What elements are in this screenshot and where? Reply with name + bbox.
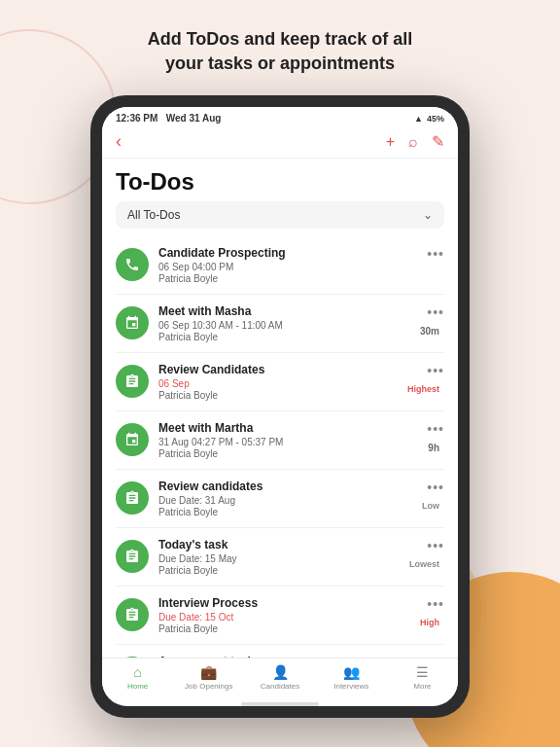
- todo-person: Patricia Boyle: [158, 390, 393, 401]
- todo-content: Today's task Due Date: 15 May Patricia B…: [158, 538, 395, 576]
- nav-actions: + ⌕ ✎: [386, 132, 444, 151]
- todo-content: Meet with Martha 31 Aug 04:27 PM - 05:37…: [158, 421, 413, 459]
- tab-label-interviews: Interviews: [333, 682, 368, 691]
- todo-item[interactable]: Meet with Martha 31 Aug 04:27 PM - 05:37…: [116, 411, 444, 470]
- tab-job-openings[interactable]: 💼 Job Openings: [173, 664, 244, 691]
- tab-label-home: Home: [127, 682, 148, 691]
- todo-title: Interview Process: [158, 596, 405, 610]
- todo-icon-clipboard: [116, 540, 149, 573]
- todo-badge: High: [415, 616, 444, 629]
- todo-meta: ••• Lowest: [404, 538, 444, 571]
- todo-date: Due Date: 15 May: [158, 553, 395, 564]
- todo-meta: ••• 30m: [415, 304, 444, 338]
- todo-icon-phone: [116, 248, 149, 281]
- todo-item[interactable]: Meet with Masha 06 Sep 10:30 AM - 11:00 …: [116, 295, 444, 353]
- todo-date: 06 Sep 10:30 AM - 11:00 AM: [158, 320, 405, 331]
- wifi-icon: ▲: [414, 114, 423, 124]
- tab-icon-home: ⌂: [133, 664, 141, 680]
- todo-icon-clipboard: [116, 481, 149, 515]
- todo-icon-calendar: [116, 423, 149, 456]
- tab-icon-job-openings: 💼: [200, 664, 217, 680]
- todo-content: Candidate Prospecting 06 Sep 04:00 PM Pa…: [158, 246, 417, 284]
- ipad-screen: 12:36 PM Wed 31 Aug ▲ 45% ‹ + ⌕ ✎ To-Dos…: [102, 107, 458, 706]
- todo-more-button[interactable]: •••: [427, 304, 444, 320]
- search-button[interactable]: ⌕: [408, 133, 418, 151]
- ipad-device: 12:36 PM Wed 31 Aug ▲ 45% ‹ + ⌕ ✎ To-Dos…: [90, 95, 470, 718]
- todo-item[interactable]: Review candidates Due Date: 31 Aug Patri…: [116, 470, 444, 528]
- todo-item[interactable]: Interview Process Due Date: 15 Oct Patri…: [116, 587, 444, 645]
- todo-item[interactable]: Assessment task Due Date: 06 Jun Patrici…: [116, 645, 444, 658]
- todo-person: Patricia Boyle: [158, 332, 405, 342]
- todo-person: Patricia Boyle: [158, 623, 405, 634]
- todo-more-button[interactable]: •••: [427, 363, 444, 378]
- add-button[interactable]: +: [386, 133, 395, 151]
- page-title: To-Dos: [102, 159, 458, 201]
- todo-list: Candidate Prospecting 06 Sep 04:00 PM Pa…: [102, 236, 458, 658]
- tab-candidates[interactable]: 👤 Candidates: [244, 664, 315, 691]
- header-line2: your tasks or appointments: [165, 53, 395, 73]
- todo-badge: Highest: [402, 382, 444, 396]
- todo-date: 31 Aug 04:27 PM - 05:37 PM: [158, 437, 413, 447]
- todo-date: Due Date: 15 Oct: [158, 612, 405, 622]
- status-icons: ▲ 45%: [414, 114, 444, 124]
- chevron-down-icon: ⌄: [423, 208, 433, 222]
- todo-date: Due Date: 31 Aug: [158, 495, 407, 506]
- todo-more-button[interactable]: •••: [427, 538, 444, 553]
- status-bar: 12:36 PM Wed 31 Aug ▲ 45%: [102, 107, 458, 127]
- todo-content: Review candidates Due Date: 31 Aug Patri…: [158, 480, 407, 517]
- battery-icon: 45%: [427, 114, 444, 124]
- todo-meta: ••• Highest: [402, 363, 444, 396]
- todo-title: Candidate Prospecting: [158, 246, 417, 260]
- header-description: Add ToDos and keep track of all your tas…: [0, 0, 560, 93]
- todo-icon-clipboard: [116, 365, 149, 398]
- header-line1: Add ToDos and keep track of all: [148, 29, 413, 49]
- filter-dropdown[interactable]: All To-Dos ⌄: [116, 201, 444, 229]
- todo-item[interactable]: Candidate Prospecting 06 Sep 04:00 PM Pa…: [116, 236, 444, 295]
- todo-content: Review Candidates 06 Sep Patricia Boyle: [158, 363, 393, 401]
- tab-interviews[interactable]: 👥 Interviews: [316, 664, 387, 691]
- todo-icon-clipboard: [116, 598, 149, 631]
- todo-meta: ••• High: [415, 596, 444, 629]
- todo-more-button[interactable]: •••: [427, 596, 444, 612]
- tab-icon-candidates: 👤: [272, 664, 289, 680]
- todo-person: Patricia Boyle: [158, 565, 395, 576]
- todo-meta: •••: [427, 246, 444, 262]
- todo-item[interactable]: Review Candidates 06 Sep Patricia Boyle …: [116, 353, 444, 411]
- todo-more-button[interactable]: •••: [427, 421, 444, 437]
- home-indicator: [241, 702, 319, 706]
- todo-item[interactable]: Today's task Due Date: 15 May Patricia B…: [116, 528, 444, 587]
- edit-button[interactable]: ✎: [432, 132, 444, 151]
- todo-person: Patricia Boyle: [158, 273, 417, 284]
- tab-more[interactable]: ☰ More: [387, 664, 458, 691]
- todo-date: 06 Sep 04:00 PM: [158, 262, 417, 272]
- todo-more-button[interactable]: •••: [427, 246, 444, 262]
- todo-more-button[interactable]: •••: [427, 480, 444, 495]
- todo-meta: ••• 9h: [423, 421, 444, 455]
- filter-label: All To-Dos: [127, 208, 180, 222]
- todo-title: Review candidates: [158, 480, 407, 493]
- tab-home[interactable]: ⌂ Home: [102, 664, 173, 691]
- todo-date: 06 Sep: [158, 378, 393, 389]
- back-button[interactable]: ‹: [116, 131, 122, 152]
- nav-bar: ‹ + ⌕ ✎: [102, 127, 458, 159]
- tab-icon-more: ☰: [416, 664, 429, 680]
- tab-label-more: More: [413, 682, 431, 691]
- todo-title: Review Candidates: [158, 363, 393, 376]
- tab-icon-interviews: 👥: [343, 664, 360, 680]
- todo-title: Meet with Masha: [158, 304, 405, 318]
- tab-label-candidates: Candidates: [261, 682, 299, 691]
- todo-badge: Low: [417, 499, 444, 513]
- todo-content: Interview Process Due Date: 15 Oct Patri…: [158, 596, 405, 634]
- todo-icon-calendar: [116, 306, 149, 339]
- todo-person: Patricia Boyle: [158, 507, 407, 517]
- todo-meta: ••• Low: [417, 480, 444, 513]
- tab-bar: ⌂ Home 💼 Job Openings 👤 Candidates 👥 Int…: [102, 658, 458, 698]
- todo-badge: 9h: [423, 441, 444, 455]
- todo-title: Today's task: [158, 538, 395, 551]
- tab-label-job-openings: Job Openings: [185, 682, 232, 691]
- todo-title: Meet with Martha: [158, 421, 413, 435]
- todo-person: Patricia Boyle: [158, 448, 413, 459]
- todo-badge: 30m: [415, 324, 444, 338]
- todo-badge: Lowest: [404, 557, 444, 571]
- status-time: 12:36 PM Wed 31 Aug: [116, 113, 221, 124]
